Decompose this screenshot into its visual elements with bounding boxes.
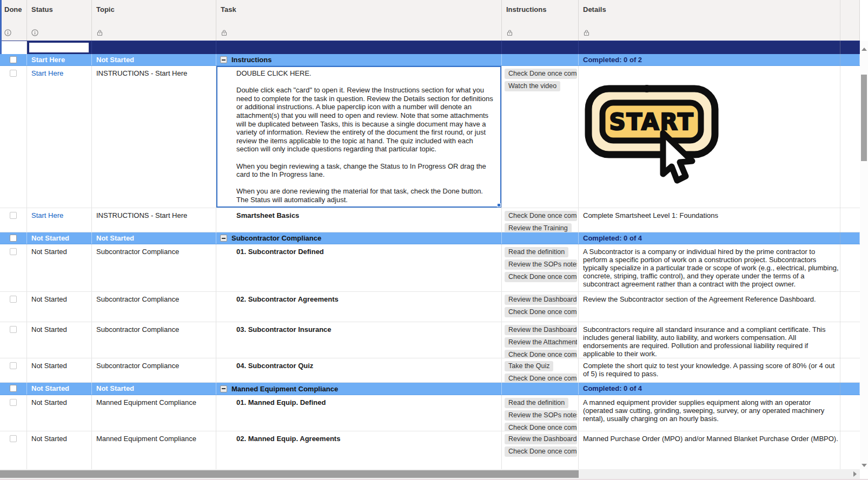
status-cell[interactable]: Not Started — [27, 232, 92, 244]
topic-cell[interactable]: Manned Equipment Compliance — [92, 431, 216, 469]
instructions-cell[interactable] — [502, 232, 579, 244]
details-cell[interactable]: Review the Subcontractor section of the … — [579, 292, 860, 322]
details-cell[interactable]: Completed: 0 of 2 — [579, 54, 860, 65]
task-cell-selected[interactable]: DOUBLE CLICK HERE. Double click each "ca… — [216, 66, 502, 208]
group-row-subcontractor[interactable]: Not Started Not Started Subcontractor Co… — [0, 232, 860, 244]
column-header-done[interactable]: Done — [0, 0, 27, 41]
filter-cell-task[interactable] — [216, 41, 502, 54]
done-checkbox[interactable] — [10, 435, 17, 442]
details-cell[interactable]: Subcontractors require all standard insu… — [579, 322, 860, 358]
done-checkbox[interactable] — [10, 70, 17, 77]
instruction-chip[interactable]: Check Done once complete — [505, 69, 577, 79]
done-checkbox[interactable] — [10, 296, 17, 303]
instruction-chip[interactable]: Check Done once complete — [505, 350, 577, 358]
instructions-cell[interactable]: Take the Quiz Check Done once complete — [502, 358, 579, 382]
group-row-manned-equipment[interactable]: Not Started Not Started Manned Equipment… — [0, 383, 860, 395]
done-cell[interactable] — [0, 208, 27, 232]
table-row[interactable]: Not Started Manned Equipment Compliance … — [0, 395, 860, 431]
horizontal-scrollbar[interactable] — [0, 469, 860, 479]
done-checkbox[interactable] — [10, 56, 17, 63]
details-cell[interactable]: START — [579, 66, 860, 208]
done-cell[interactable] — [0, 358, 27, 382]
status-cell[interactable]: Start Here — [27, 54, 92, 65]
instructions-cell[interactable] — [502, 54, 579, 65]
instruction-chip[interactable]: Check Done once complete — [505, 423, 577, 431]
instruction-chip[interactable]: Review the Attachments — [505, 337, 577, 348]
details-cell[interactable]: Complete Smartsheet Level 1: Foundations — [579, 208, 860, 232]
topic-cell[interactable]: Subcontractor Compliance — [92, 358, 216, 382]
instruction-chip[interactable]: Read the definition — [505, 247, 568, 257]
topic-cell[interactable]: Subcontractor Compliance — [92, 322, 216, 358]
done-cell[interactable] — [0, 232, 27, 244]
task-cell[interactable]: 02. Manned Equip. Agreements — [216, 431, 502, 469]
filter-cell-instructions[interactable] — [502, 41, 579, 54]
instruction-chip[interactable]: Check Done once complete — [505, 446, 577, 457]
table-row[interactable]: Not Started Subcontractor Compliance 02.… — [0, 292, 860, 322]
done-cell[interactable] — [0, 244, 27, 291]
status-cell[interactable]: Not Started — [27, 358, 92, 382]
status-cell[interactable]: Start Here — [27, 66, 92, 208]
task-cell[interactable]: 01. Manned Equip. Defined — [216, 395, 502, 431]
status-filter-input[interactable] — [29, 43, 89, 52]
table-row[interactable]: Start Here INSTRUCTIONS - Start Here DOU… — [0, 66, 860, 208]
done-cell[interactable] — [0, 292, 27, 322]
topic-cell[interactable]: Subcontractor Compliance — [92, 292, 216, 322]
instruction-chip[interactable]: Review the SOPs notes — [505, 259, 577, 270]
table-row[interactable]: Not Started Subcontractor Compliance 01.… — [0, 244, 860, 292]
collapse-minus-icon[interactable] — [220, 385, 227, 392]
topic-cell[interactable]: INSTRUCTIONS - Start Here — [92, 66, 216, 208]
details-cell[interactable]: Manned Purchase Order (MPO) and/or Manne… — [579, 431, 860, 469]
instruction-chip[interactable]: Take the Quiz — [505, 361, 553, 371]
done-checkbox[interactable] — [10, 248, 17, 255]
column-header-topic[interactable]: Topic — [92, 0, 216, 41]
done-checkbox[interactable] — [10, 326, 17, 333]
instructions-cell[interactable]: Review the Dashboard Check Done once com… — [502, 431, 579, 469]
status-cell[interactable]: Start Here — [27, 208, 92, 232]
status-cell[interactable]: Not Started — [27, 244, 92, 291]
vertical-scrollbar[interactable] — [860, 41, 868, 469]
instructions-cell[interactable]: Read the definition Review the SOPs note… — [502, 244, 579, 291]
topic-cell[interactable]: Not Started — [92, 232, 216, 244]
task-cell[interactable]: Manned Equipment Compliance — [216, 383, 502, 395]
task-cell[interactable]: 01. Subcontractor Defined — [216, 244, 502, 291]
done-checkbox[interactable] — [10, 362, 17, 369]
topic-cell[interactable]: Manned Equipment Compliance — [92, 395, 216, 431]
status-cell[interactable]: Not Started — [27, 383, 92, 395]
instruction-chip[interactable]: Check Done once complete — [505, 307, 577, 317]
status-cell[interactable]: Not Started — [27, 292, 92, 322]
task-cell[interactable]: Subcontractor Compliance — [216, 232, 502, 244]
done-cell[interactable] — [0, 395, 27, 431]
instructions-cell[interactable]: Review the Dashboard Review the Attachme… — [502, 322, 579, 358]
status-cell[interactable]: Not Started — [27, 395, 92, 431]
instructions-cell[interactable]: Read the definition Review the SOPs note… — [502, 395, 579, 431]
table-row[interactable]: Not Started Subcontractor Compliance 04.… — [0, 358, 860, 383]
filter-cell-done[interactable] — [0, 41, 27, 54]
instruction-chip[interactable]: Read the definition — [505, 398, 568, 408]
column-header-task[interactable]: Task — [216, 0, 502, 41]
instruction-chip[interactable]: Review the Training — [505, 223, 572, 232]
done-cell[interactable] — [0, 54, 27, 65]
instruction-chip[interactable]: Review the Dashboard — [505, 295, 577, 305]
task-cell[interactable]: 02. Subcontractor Agreements — [216, 292, 502, 322]
instruction-chip[interactable]: Check Done once complete — [505, 272, 577, 282]
task-cell[interactable]: 03. Subcontractor Insurance — [216, 322, 502, 358]
instruction-chip[interactable]: Review the SOPs notes — [505, 410, 577, 421]
details-cell[interactable]: A Subcontractor is a company or individu… — [579, 244, 860, 291]
column-header-status[interactable]: Status — [27, 0, 92, 41]
table-row[interactable]: Not Started Subcontractor Compliance 03.… — [0, 322, 860, 358]
done-cell[interactable] — [0, 431, 27, 469]
done-checkbox[interactable] — [10, 235, 17, 242]
topic-cell[interactable]: Subcontractor Compliance — [92, 244, 216, 291]
collapse-minus-icon[interactable] — [220, 235, 227, 242]
column-header-instructions[interactable]: Instructions — [502, 0, 579, 41]
scroll-up-button[interactable] — [862, 48, 867, 51]
column-header-details[interactable]: Details — [579, 0, 860, 41]
group-row-instructions[interactable]: Start Here Not Started Instructions Comp… — [0, 54, 860, 66]
instructions-cell[interactable]: Check Done once complete Watch the video — [502, 66, 579, 208]
topic-cell[interactable]: Not Started — [92, 383, 216, 395]
task-cell[interactable]: Smartsheet Basics — [216, 208, 502, 232]
done-cell[interactable] — [0, 383, 27, 395]
done-checkbox[interactable] — [10, 212, 17, 219]
topic-cell[interactable]: INSTRUCTIONS - Start Here — [92, 208, 216, 232]
table-row[interactable]: Not Started Manned Equipment Compliance … — [0, 431, 860, 469]
